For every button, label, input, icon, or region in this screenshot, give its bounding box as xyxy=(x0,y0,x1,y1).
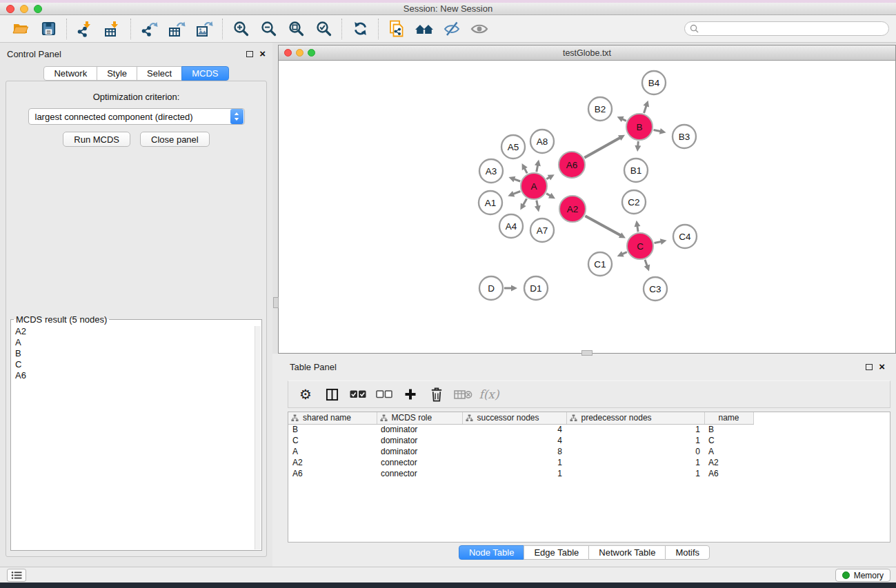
cell[interactable]: 1 xyxy=(566,424,704,435)
cell[interactable]: A xyxy=(704,446,753,457)
column-header-mcds-role[interactable]: MCDS role xyxy=(377,412,462,424)
close-panel-icon[interactable]: × xyxy=(259,50,266,57)
task-history-button[interactable] xyxy=(7,569,26,582)
open-session-button[interactable] xyxy=(7,17,34,41)
graph-edge-a-a5[interactable] xyxy=(522,163,528,174)
zoom-out-button[interactable] xyxy=(255,17,282,41)
tab-mcds[interactable]: MCDS xyxy=(181,66,228,81)
cell[interactable]: 1 xyxy=(566,468,704,479)
cell[interactable]: B xyxy=(288,424,377,435)
cell[interactable]: 1 xyxy=(462,468,566,479)
graph-edge-a6-b[interactable] xyxy=(584,135,625,158)
cell[interactable]: A2 xyxy=(288,457,377,468)
graph-edge-b-b2[interactable] xyxy=(617,116,626,122)
graph-edge-a-a8[interactable] xyxy=(535,160,541,172)
graph-node-c2[interactable]: C2 xyxy=(622,190,646,214)
show-all-button[interactable] xyxy=(466,17,493,41)
graph-edge-d-d1[interactable] xyxy=(504,285,517,292)
graph-node-a8[interactable]: A8 xyxy=(530,130,554,153)
graph-node-a[interactable]: A xyxy=(521,173,547,199)
cell[interactable]: C xyxy=(704,435,753,446)
graph-edge-a-a6[interactable] xyxy=(546,174,554,180)
graph-edge-b-b3[interactable] xyxy=(654,128,666,134)
graph-node-c3[interactable]: C3 xyxy=(644,277,667,301)
cell[interactable]: A6 xyxy=(704,468,753,479)
import-network-button[interactable] xyxy=(71,17,99,41)
graph-node-a3[interactable]: A3 xyxy=(479,159,503,183)
clone-network-button[interactable] xyxy=(383,17,410,41)
zoom-in-button[interactable] xyxy=(227,17,255,41)
result-item-b[interactable]: B xyxy=(12,348,254,359)
run-mcds-button[interactable]: Run MCDS xyxy=(63,132,130,147)
cell[interactable]: A6 xyxy=(288,468,377,479)
result-scrollbar[interactable] xyxy=(255,326,261,549)
cell[interactable]: C xyxy=(288,435,377,446)
graph-node-a2[interactable]: A2 xyxy=(559,196,586,222)
cell[interactable]: 1 xyxy=(462,457,566,468)
column-header-name[interactable]: name xyxy=(704,412,753,424)
graph-node-b2[interactable]: B2 xyxy=(588,97,612,121)
cell[interactable]: connector xyxy=(377,457,462,468)
graph-node-a5[interactable]: A5 xyxy=(501,135,525,159)
splitter-handle-bottom[interactable] xyxy=(581,350,593,356)
column-header-predecessor-nodes[interactable]: predecessor nodes xyxy=(566,412,704,424)
graph-node-d[interactable]: D xyxy=(479,276,503,300)
tab-style[interactable]: Style xyxy=(97,66,137,81)
graph-edge-a-a7[interactable] xyxy=(535,201,541,212)
tab-select[interactable]: Select xyxy=(137,66,182,81)
deselect-all-button[interactable] xyxy=(372,383,396,405)
criterion-select[interactable]: largest connected component (directed) xyxy=(28,108,245,125)
result-item-c[interactable]: C xyxy=(12,359,254,370)
column-header-shared-name[interactable]: shared name xyxy=(288,412,377,424)
cell[interactable]: 0 xyxy=(566,446,704,457)
first-neighbors-button[interactable] xyxy=(410,17,438,41)
table-row-b[interactable]: Bdominator41B xyxy=(288,424,753,435)
graph-edge-b-b4[interactable] xyxy=(644,101,650,113)
zoom-selected-button[interactable] xyxy=(310,17,337,41)
tab-network-table[interactable]: Network Table xyxy=(588,545,666,560)
zoom-fit-button[interactable] xyxy=(282,17,310,41)
table-row-a2[interactable]: A2connector11A2 xyxy=(288,457,753,468)
graph-node-a1[interactable]: A1 xyxy=(479,191,502,214)
graph-edge-a-a3[interactable] xyxy=(508,176,520,182)
float-table-panel-icon[interactable] xyxy=(866,364,873,370)
tab-node-table[interactable]: Node Table xyxy=(459,545,525,560)
graph-node-b[interactable]: B xyxy=(626,114,653,140)
cell[interactable]: dominator xyxy=(377,424,462,435)
graph-node-b4[interactable]: B4 xyxy=(642,71,666,94)
close-panel-button[interactable]: Close panel xyxy=(140,132,210,147)
graph-node-c4[interactable]: C4 xyxy=(673,225,697,248)
splitter-handle-left[interactable] xyxy=(273,297,279,308)
graph-node-a4[interactable]: A4 xyxy=(499,214,523,238)
result-item-a[interactable]: A xyxy=(12,337,254,348)
cell[interactable]: 8 xyxy=(462,446,566,457)
table-row-a6[interactable]: A6connector11A6 xyxy=(288,468,753,479)
graph-edge-b-b1[interactable] xyxy=(635,141,641,152)
save-session-button[interactable] xyxy=(34,17,62,41)
graph-edge-c-c2[interactable] xyxy=(635,221,641,232)
graph-node-c[interactable]: C xyxy=(627,233,653,259)
memory-button[interactable]: Memory xyxy=(835,569,890,582)
column-header-successor-nodes[interactable]: successor nodes xyxy=(462,412,566,424)
select-all-button[interactable] xyxy=(346,383,370,405)
cell[interactable]: dominator xyxy=(377,446,462,457)
tab-network[interactable]: Network xyxy=(43,66,97,81)
cell[interactable]: 1 xyxy=(566,457,704,468)
table-row-c[interactable]: Cdominator41C xyxy=(288,435,753,446)
tab-motifs[interactable]: Motifs xyxy=(665,545,710,560)
close-table-panel-icon[interactable]: × xyxy=(879,363,885,370)
result-item-a2[interactable]: A2 xyxy=(12,326,254,337)
table-row-a[interactable]: Adominator80A xyxy=(288,446,753,457)
cell[interactable]: dominator xyxy=(377,435,462,446)
search-box[interactable] xyxy=(684,21,889,36)
graph-node-b3[interactable]: B3 xyxy=(673,125,696,148)
export-image-button[interactable] xyxy=(190,17,218,41)
graph-node-b1[interactable]: B1 xyxy=(624,159,648,182)
graph-edge-c-c1[interactable] xyxy=(617,251,627,256)
result-item-a6[interactable]: A6 xyxy=(12,370,254,381)
cell[interactable]: connector xyxy=(377,468,462,479)
search-input[interactable] xyxy=(702,23,884,34)
refresh-button[interactable] xyxy=(346,17,374,41)
graph-edge-a-a4[interactable] xyxy=(520,199,526,210)
cell[interactable]: 4 xyxy=(462,424,566,435)
